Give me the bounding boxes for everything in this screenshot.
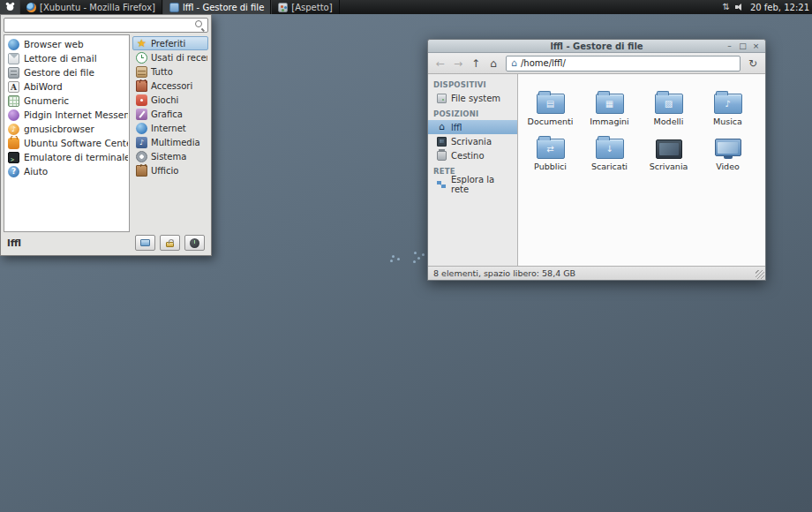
settings-button[interactable] [135,235,155,251]
menu-item-pidgin[interactable]: Pidgin Internet Messenger [5,108,128,122]
taskbar-label: [Xubuntu - Mozilla Firefox] [40,3,155,12]
menu-item-label: Ubuntu Software Center [24,138,128,148]
applications-menu-button[interactable] [0,0,19,14]
file-item-modelli[interactable]: ▨ Modelli [639,83,698,126]
sidebar-item-trash[interactable]: Cestino [428,148,517,162]
category-tutto[interactable]: Tutto [132,64,208,79]
file-manager-window: lffl - Gestore di file – □ × ← → ↑ ⌂ ⌂ /… [427,39,766,281]
menu-item-label: Gestore dei file [24,67,94,78]
menu-item-label: Gnumeric [24,95,69,106]
menu-item-browser-web[interactable]: Browser web [5,37,128,51]
category-label: Ufficio [151,166,178,176]
search-input[interactable] [4,18,208,33]
sidebar-item-browse-network[interactable]: Esplora la rete [428,177,517,192]
network-icon[interactable]: ⇅ [723,3,730,11]
video-folder-icon [715,139,741,156]
reload-button[interactable]: ↻ [744,55,762,72]
window-title: lffl - Gestore di file [428,41,765,51]
file-item-musica[interactable]: ♪ Musica [698,83,757,126]
mail-icon [8,53,19,64]
category-grafica[interactable]: Grafica [132,107,208,121]
file-label: Immagini [590,117,628,126]
taskbar: [Xubuntu - Mozilla Firefox] lffl - Gesto… [19,0,340,14]
gear-icon [136,151,147,162]
file-item-video[interactable]: Video [698,128,757,171]
up-button[interactable]: ↑ [467,55,485,72]
sidebar-item-desktop[interactable]: Scrivania [428,134,517,148]
path-bar[interactable]: ⌂ /home/lffl/ [506,56,741,72]
category-internet[interactable]: Internet [132,121,208,135]
menu-item-label: Emulatore di terminale [24,152,128,162]
category-ufficio[interactable]: Ufficio [132,163,208,177]
volume-icon[interactable] [735,3,745,12]
sidebar-item-home[interactable]: lffl [428,120,517,134]
category-accessori[interactable]: Accessori [132,79,208,93]
menu-item-file-manager[interactable]: Gestore dei file [5,65,128,79]
menu-search [4,18,208,33]
menu-item-software-center[interactable]: Ubuntu Software Center [5,136,128,150]
menu-item-gmusicbrowser[interactable]: gmusicbrowser [5,122,128,136]
menu-footer: lffl [1,232,211,255]
music-player-icon [8,124,19,135]
lock-screen-button[interactable] [160,235,180,251]
logout-button[interactable] [184,235,205,251]
menu-item-terminal[interactable]: Emulatore di terminale [5,150,128,164]
globe-icon [136,123,147,134]
downloads-emblem-icon: ↓ [597,139,623,158]
star-icon [136,38,147,49]
file-item-immagini[interactable]: ▦ Immagini [580,83,639,126]
file-item-scaricati[interactable]: ↓ Scaricati [580,128,639,171]
sidebar-item-label: lffl [451,123,462,132]
pictures-emblem-icon: ▦ [597,94,623,113]
menu-item-email[interactable]: Lettore di email [5,51,128,65]
file-item-pubblici[interactable]: ⇄ Pubblici [521,128,580,171]
network-places-icon [437,180,447,190]
lock-icon [166,242,174,247]
minimize-button[interactable]: – [725,41,734,51]
sidebar-item-file-system[interactable]: File system [428,91,517,105]
menu-item-label: Lettore di email [24,53,97,64]
category-list: Preferiti Usati di recente Tutto Accesso… [132,34,208,232]
reload-icon: ↻ [748,58,757,69]
clock[interactable]: 20 feb, 12:21 [750,3,809,12]
category-multimedia[interactable]: Multimedia [132,135,208,149]
desktop-icon [437,137,447,147]
abiword-icon [8,81,19,93]
sidebar-item-label: Esplora la rete [451,175,514,194]
menu-item-gnumeric[interactable]: Gnumeric [5,94,128,108]
category-label: Accessori [151,81,192,91]
taskbar-button-firefox[interactable]: [Xubuntu - Mozilla Firefox] [19,0,162,14]
die-icon [136,94,147,106]
category-label: Tutto [151,67,173,77]
file-label: Scaricati [591,162,628,171]
category-sistema[interactable]: Sistema [132,149,208,163]
help-icon [8,166,19,177]
music-emblem-icon: ♪ [715,94,741,113]
panel-indicators: ⇅ 20 feb, 12:21 [723,3,812,12]
resize-grip[interactable] [756,270,764,279]
top-panel: [Xubuntu - Mozilla Firefox] lffl - Gesto… [0,0,812,14]
menu-item-help[interactable]: Aiuto [5,164,128,178]
file-cabinet-icon [8,67,19,79]
titlebar[interactable]: lffl - Gestore di file – □ × [428,40,765,53]
sidebar-item-label: File system [451,94,500,103]
file-item-documenti[interactable]: ▤ Documenti [521,83,580,126]
category-label: Sistema [151,152,186,162]
category-label: Usati di recente [151,53,208,63]
file-item-scrivania[interactable]: Scrivania [639,128,698,171]
clock-icon [136,52,147,64]
maximize-button[interactable]: □ [738,41,748,51]
close-button[interactable]: × [751,41,761,51]
category-preferiti[interactable]: Preferiti [132,36,208,50]
home-button[interactable]: ⌂ [485,55,502,72]
category-recenti[interactable]: Usati di recente [132,50,208,64]
category-giochi[interactable]: Giochi [132,93,208,107]
menu-item-abiword[interactable]: AbiWord [5,79,128,94]
back-button[interactable]: ← [432,55,449,72]
path-home-icon: ⌂ [511,58,517,68]
taskbar-button-file-manager[interactable]: lffl - Gestore di file [162,0,271,14]
forward-button[interactable]: → [449,55,467,72]
category-label: Multimedia [151,138,200,147]
taskbar-button-aspetto[interactable]: [Aspetto] [271,0,339,14]
file-view[interactable]: ▤ Documenti ▦ Immagini ▨ Modelli ♪ Music… [518,74,765,266]
